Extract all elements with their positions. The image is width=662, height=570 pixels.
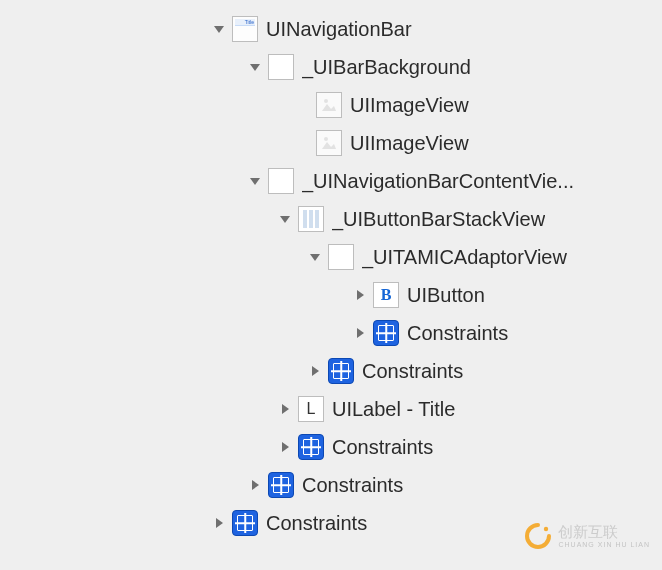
tree-row-uibarbackground[interactable]: _UIBarBackground	[0, 48, 662, 86]
tree-item-label: Constraints	[332, 436, 433, 459]
disclosure-triangle-icon[interactable]	[353, 288, 367, 302]
tree-item-label: UIImageView	[350, 94, 469, 117]
disclosure-triangle-icon[interactable]	[278, 402, 292, 416]
tree-item-label: _UIBarBackground	[302, 56, 471, 79]
tree-item-label: _UIButtonBarStackView	[332, 208, 545, 231]
constraints-icon	[232, 510, 258, 536]
svg-marker-12	[252, 480, 259, 490]
watermark: 创新互联 CHUANG XIN HU LIAN	[524, 522, 650, 550]
imageview-icon	[316, 92, 342, 118]
tree-row-uinavigationbar[interactable]: UINavigationBar	[0, 10, 662, 48]
tree-item-label: Constraints	[302, 474, 403, 497]
stackview-icon	[298, 206, 324, 232]
disclosure-triangle-icon[interactable]	[212, 22, 226, 36]
svg-marker-11	[282, 442, 289, 452]
view-icon	[268, 54, 294, 80]
svg-marker-7	[357, 290, 364, 300]
constraints-icon	[268, 472, 294, 498]
constraints-icon	[328, 358, 354, 384]
view-hierarchy-tree: UINavigationBar _UIBarBackground UIImage…	[0, 0, 662, 552]
tree-item-label: Constraints	[362, 360, 463, 383]
svg-marker-0	[214, 26, 224, 33]
disclosure-triangle-icon[interactable]	[248, 60, 262, 74]
svg-marker-5	[280, 216, 290, 223]
svg-point-2	[324, 99, 328, 103]
svg-marker-8	[357, 328, 364, 338]
tree-row-uiimageview[interactable]: UIImageView	[0, 124, 662, 162]
imageview-icon	[316, 130, 342, 156]
tree-item-label: _UITAMICAdaptorView	[362, 246, 567, 269]
tree-item-label: UIImageView	[350, 132, 469, 155]
constraints-icon	[373, 320, 399, 346]
watermark-text-zh: 创新互联	[558, 524, 650, 539]
svg-marker-6	[310, 254, 320, 261]
svg-marker-9	[312, 366, 319, 376]
button-icon: B	[373, 282, 399, 308]
tree-row-constraints[interactable]: Constraints	[0, 352, 662, 390]
disclosure-triangle-icon[interactable]	[212, 516, 226, 530]
tree-row-constraints[interactable]: Constraints	[0, 428, 662, 466]
svg-marker-4	[250, 178, 260, 185]
disclosure-triangle-icon[interactable]	[278, 212, 292, 226]
svg-point-14	[544, 527, 548, 531]
tree-row-uiimageview[interactable]: UIImageView	[0, 86, 662, 124]
tree-row-constraints[interactable]: Constraints	[0, 466, 662, 504]
constraints-icon	[298, 434, 324, 460]
label-icon: L	[298, 396, 324, 422]
svg-marker-10	[282, 404, 289, 414]
svg-marker-13	[216, 518, 223, 528]
disclosure-triangle-icon[interactable]	[248, 174, 262, 188]
view-icon	[328, 244, 354, 270]
navigation-bar-icon	[232, 16, 258, 42]
tree-row-uibutton[interactable]: B UIButton	[0, 276, 662, 314]
tree-row-uitamicadaptorview[interactable]: _UITAMICAdaptorView	[0, 238, 662, 276]
tree-item-label: Constraints	[266, 512, 367, 535]
disclosure-triangle-icon[interactable]	[308, 364, 322, 378]
tree-item-label: UINavigationBar	[266, 18, 412, 41]
tree-row-uibuttonbarstackview[interactable]: _UIButtonBarStackView	[0, 200, 662, 238]
tree-item-label: _UINavigationBarContentVie...	[302, 170, 574, 193]
tree-item-label: Constraints	[407, 322, 508, 345]
svg-point-3	[324, 137, 328, 141]
tree-row-uinavigationbarcontentview[interactable]: _UINavigationBarContentVie...	[0, 162, 662, 200]
disclosure-triangle-icon[interactable]	[278, 440, 292, 454]
svg-marker-1	[250, 64, 260, 71]
disclosure-triangle-icon[interactable]	[353, 326, 367, 340]
view-icon	[268, 168, 294, 194]
disclosure-triangle-icon[interactable]	[248, 478, 262, 492]
tree-item-label: UIButton	[407, 284, 485, 307]
watermark-text-pinyin: CHUANG XIN HU LIAN	[558, 541, 650, 548]
tree-item-label: UILabel - Title	[332, 398, 455, 421]
tree-row-uilabel-title[interactable]: L UILabel - Title	[0, 390, 662, 428]
watermark-logo-icon	[524, 522, 552, 550]
disclosure-triangle-icon[interactable]	[308, 250, 322, 264]
tree-row-constraints[interactable]: Constraints	[0, 314, 662, 352]
